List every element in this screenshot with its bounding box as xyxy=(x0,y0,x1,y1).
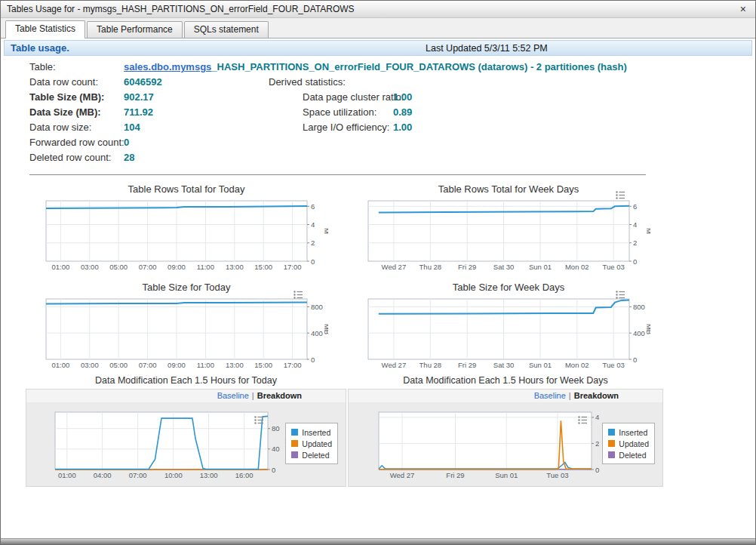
table-name-link[interactable]: sales.dbo.mymsgs xyxy=(124,61,211,72)
svg-text:4: 4 xyxy=(595,413,599,421)
svg-text:0: 0 xyxy=(595,466,599,474)
legend-item-deleted[interactable]: Deleted xyxy=(608,449,649,460)
toolbar-separator: | xyxy=(569,391,571,400)
chart-menu-icon[interactable] xyxy=(254,416,264,424)
stat-value: 28 xyxy=(124,152,134,163)
legend-item-inserted[interactable]: Inserted xyxy=(608,426,649,438)
panel-toolbar: Baseline|Breakdown xyxy=(26,390,346,402)
svg-text:03:00: 03:00 xyxy=(81,263,99,271)
baseline-link[interactable]: Baseline xyxy=(217,391,249,400)
panel-modification-week: Data Modification Each 1.5 Hours for Wee… xyxy=(348,375,663,488)
chart-rows-week: Table Rows Total for Week Days Wed 27Thu… xyxy=(352,183,653,271)
tables-usage-window: Tables Usage for - mymsgs_HASH_PARTITION… xyxy=(0,0,756,545)
svg-text:Tue 03: Tue 03 xyxy=(603,361,625,369)
legend-item-updated[interactable]: Updated xyxy=(608,438,649,449)
stat-label: Data page cluster ratio: xyxy=(303,90,393,105)
svg-text:07:00: 07:00 xyxy=(139,361,157,369)
svg-text:0: 0 xyxy=(311,257,315,266)
stat-label: Space utilization: xyxy=(303,105,393,120)
panel-chart-area: 01:0004:0007:0010:0013:0016:0004080K xyxy=(54,410,295,479)
legend-label: Inserted xyxy=(619,428,647,437)
svg-text:Wed 27: Wed 27 xyxy=(382,263,407,271)
section-header-bar: Table usage. Last Updated 5/3/11 5:52 PM xyxy=(4,40,752,56)
close-icon[interactable]: × xyxy=(737,3,749,15)
last-updated-text: Last Updated 5/3/11 5:52 PM xyxy=(426,43,548,54)
section-divider xyxy=(29,174,646,175)
stat-label: Data row size: xyxy=(29,120,124,135)
svg-text:15:00: 15:00 xyxy=(254,361,272,369)
svg-text:2: 2 xyxy=(311,239,315,247)
panel-chart-area: Wed 27Fri 29Sun 01Tue 03024M xyxy=(377,410,619,479)
tab-table-statistics[interactable]: Table Statistics xyxy=(5,20,85,38)
tab-table-performance[interactable]: Table Performance xyxy=(87,21,183,38)
legend-item-updated[interactable]: Updated xyxy=(291,438,332,449)
chart-canvas-size-week: Wed 27Thu 28Fri 29Sat 30Sun 01Mon 02Tue … xyxy=(367,297,650,369)
svg-text:Thu 28: Thu 28 xyxy=(419,263,442,271)
panel-toolbar: Baseline|Breakdown xyxy=(349,390,662,402)
svg-text:4: 4 xyxy=(633,220,637,229)
svg-text:800: 800 xyxy=(311,303,323,311)
svg-text:M: M xyxy=(645,228,650,234)
stat-label: Deleted row count: xyxy=(29,150,124,165)
svg-text:09:00: 09:00 xyxy=(167,361,186,369)
chart-menu-icon[interactable] xyxy=(616,191,625,199)
svg-text:Sun 01: Sun 01 xyxy=(495,471,518,479)
legend-item-deleted[interactable]: Deleted xyxy=(291,449,332,460)
stat-label: Data row count: xyxy=(29,75,124,90)
legend-item-inserted[interactable]: Inserted xyxy=(291,426,332,438)
svg-text:09:00: 09:00 xyxy=(167,263,186,271)
tab-strip: Table Statistics Table Performance SQLs … xyxy=(1,18,755,38)
panel-modification-today: Data Modification Each 1.5 Hours for Tod… xyxy=(26,375,346,488)
svg-text:4: 4 xyxy=(311,220,315,229)
svg-text:13:00: 13:00 xyxy=(200,471,218,479)
table-name-rest: _HASH_PARTITIONS_ON_errorField_FOUR_DATA… xyxy=(211,61,626,72)
svg-text:Mon 02: Mon 02 xyxy=(565,263,589,271)
svg-text:6: 6 xyxy=(311,202,315,211)
svg-text:2: 2 xyxy=(633,239,637,247)
stat-label: Data Size (MB): xyxy=(29,105,124,120)
chart-menu-icon[interactable] xyxy=(616,291,625,299)
legend-label: Deleted xyxy=(619,451,646,460)
svg-text:M: M xyxy=(323,228,328,234)
svg-text:13:00: 13:00 xyxy=(226,263,244,271)
svg-text:01:00: 01:00 xyxy=(51,361,69,369)
chart-size-week: Table Size for Week Days Wed 27Thu 28Fri… xyxy=(352,282,653,369)
svg-text:13:00: 13:00 xyxy=(226,361,244,369)
updated-swatch-icon xyxy=(608,440,615,447)
svg-text:40: 40 xyxy=(272,445,280,453)
breakdown-link[interactable]: Breakdown xyxy=(574,391,619,400)
svg-text:Mon 02: Mon 02 xyxy=(565,361,589,369)
svg-text:400: 400 xyxy=(633,329,645,337)
chart-canvas-size-today: 01:0003:0005:0007:0009:0011:0013:0015:00… xyxy=(45,297,328,369)
chart-menu-icon[interactable] xyxy=(578,416,588,424)
window-title: Tables Usage for - mymsgs_HASH_PARTITION… xyxy=(7,4,737,14)
breakdown-link[interactable]: Breakdown xyxy=(257,391,302,400)
svg-text:MB: MB xyxy=(645,324,650,334)
chart-menu-icon[interactable] xyxy=(293,291,303,299)
baseline-link[interactable]: Baseline xyxy=(534,391,566,400)
svg-text:400: 400 xyxy=(311,329,323,337)
stat-value: 1.00 xyxy=(393,91,412,103)
svg-text:16:00: 16:00 xyxy=(235,471,254,479)
svg-text:05:00: 05:00 xyxy=(109,361,128,369)
toolbar-separator: | xyxy=(252,391,254,400)
chart-title: Table Size for Week Days xyxy=(367,282,650,297)
chart-rows-today: Table Rows Total for Today 01:0003:0005:… xyxy=(29,183,331,271)
stat-value: 1.00 xyxy=(393,122,412,133)
svg-text:15:00: 15:00 xyxy=(254,263,272,271)
svg-text:Sat 30: Sat 30 xyxy=(493,263,514,271)
chart-canvas-rows-today: 01:0003:0005:0007:0009:0011:0013:0015:00… xyxy=(45,199,328,271)
legend-label: Updated xyxy=(302,439,332,448)
derived-statistics-title: Derived statistics: xyxy=(269,76,346,88)
tab-sqls-statement[interactable]: SQLs statement xyxy=(184,21,269,38)
stat-value: 902.17 xyxy=(124,91,154,103)
svg-text:07:00: 07:00 xyxy=(129,471,147,479)
svg-text:Sun 01: Sun 01 xyxy=(529,361,552,369)
svg-text:Fri 29: Fri 29 xyxy=(458,361,476,369)
stat-label: Table Size (MB): xyxy=(29,90,124,105)
svg-text:MB: MB xyxy=(323,324,328,334)
panel-body: Baseline|Breakdown 01:0004:0007:0010:001… xyxy=(26,389,346,487)
svg-text:07:00: 07:00 xyxy=(139,263,157,271)
chart-canvas-rows-week: Wed 27Thu 28Fri 29Sat 30Sun 01Mon 02Tue … xyxy=(367,199,650,271)
legend-label: Updated xyxy=(619,439,649,448)
